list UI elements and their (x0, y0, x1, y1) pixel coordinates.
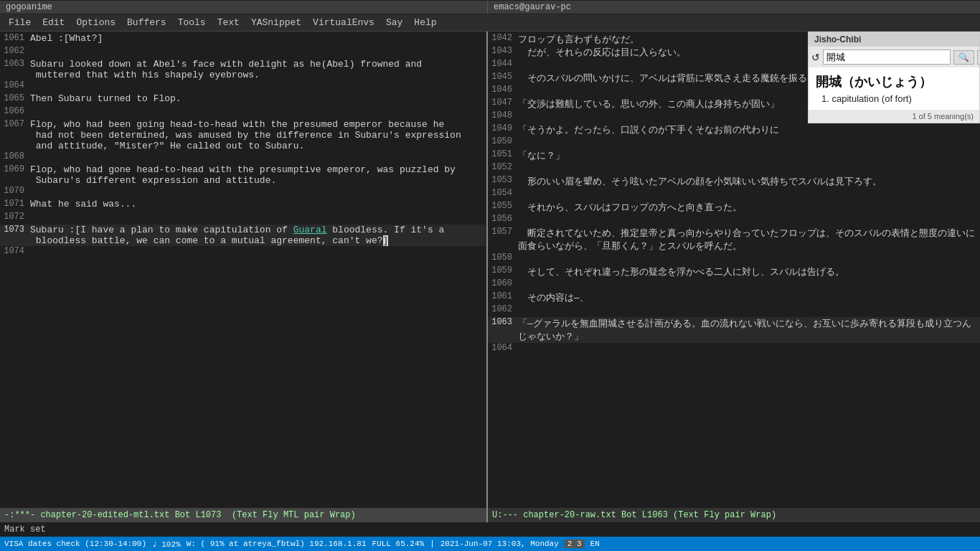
line-number: 1074 (0, 246, 30, 256)
table-row: 1070 (0, 186, 486, 199)
left-status-extra: L1073 (Text Fly MTL pair Wrap) (195, 510, 355, 520)
pane-status-row: -:***- chapter-20-edited-mtl.txt Bot L10… (0, 508, 980, 522)
table-row: 1072 (0, 212, 486, 225)
line-number: 1054 (488, 188, 518, 198)
line-number: 1049 (488, 123, 518, 133)
jisho-definition-1: 1. capitulation (of fort) (821, 93, 972, 104)
line-content: そして、それぞれ違った形の疑念を浮かべる二人に対し、スバルは告げる。 (518, 265, 980, 278)
line-number: 1068 (0, 151, 30, 161)
line-content: Subaru looked down at Abel's face with d… (30, 59, 486, 80)
line-number: 1058 (488, 253, 518, 263)
line-number: 1059 (488, 265, 518, 276)
jisho-meaning-count: 1 of 5 meaning(s) (809, 110, 979, 123)
jisho-refresh-icon[interactable]: ↺ (811, 52, 820, 63)
table-row: 1066 (0, 106, 486, 119)
bottom-bars: -:***- chapter-20-edited-mtl.txt Bot L10… (0, 508, 980, 551)
line-number: 1044 (488, 59, 518, 69)
jisho-search-button[interactable]: 🔍 (953, 50, 974, 65)
status-datetime: 2021-Jun-07 13:03, Monday (440, 540, 559, 548)
table-row: 1049「そうかよ。だったら、口説くのが下手くそなお前の代わりに (488, 123, 980, 136)
menu-file[interactable]: File (3, 16, 37, 29)
table-row: 1060 (488, 278, 980, 291)
menu-tools[interactable]: Tools (172, 16, 212, 29)
table-row: 1071What he said was... (0, 199, 486, 212)
menu-edit[interactable]: Edit (37, 16, 70, 29)
line-content: Abel :[What?] (30, 33, 486, 44)
jisho-popup: Jisho-Chibi ↺ 🔍 ‹ › 開城（かいじょう） 1. capitul… (808, 32, 980, 123)
jisho-word: 開城（かいじょう） (816, 73, 972, 90)
line-content: 「―グァラルを無血開城させる計画がある。血の流れない戦いになら、お互いに歩み寄れ… (518, 317, 980, 343)
line-content: Subaru :[I have a plan to make capitulat… (30, 225, 486, 246)
line-number: 1048 (488, 110, 518, 121)
line-number: 1067 (0, 119, 30, 129)
table-row: 1052 (488, 162, 980, 175)
line-content: Then Subaru turned to Flop. (30, 93, 486, 104)
status-visa: VISA dates check (12:30-14:00) (4, 540, 146, 548)
status-lang: EN (590, 540, 600, 548)
jisho-prev-button[interactable]: ‹ (977, 50, 980, 65)
table-row: 1069Flop, who had gone head-to-head with… (0, 164, 486, 186)
jisho-title: Jisho-Chibi (809, 32, 979, 47)
title-left: gogoanime (0, 1, 488, 14)
pane-left: 1061Abel :[What?]10621063Subaru looked d… (0, 32, 488, 508)
table-row: 1062 (488, 304, 980, 317)
status-separator: | (430, 540, 435, 548)
table-row: 1061Abel :[What?] (0, 33, 486, 46)
jisho-search-row: ↺ 🔍 ‹ › (809, 47, 979, 67)
line-content: その内容は―、 (518, 291, 980, 304)
menu-buffers[interactable]: Buffers (121, 16, 172, 29)
table-row: 1054 (488, 188, 980, 201)
left-status-file: chapter-20-edited-mtl.txt (40, 510, 169, 520)
line-content: 形のいい眉を顰め、そう呟いたアベルの顔を小気味いい気持ちでスバルは見下ろす。 (518, 175, 980, 188)
global-status-bar: VISA dates check (12:30-14:00) ♩ 102% W:… (0, 537, 980, 551)
line-number: 1062 (0, 46, 30, 56)
left-code-lines[interactable]: 1061Abel :[What?]10621063Subaru looked d… (0, 32, 486, 508)
jisho-search-input[interactable] (823, 50, 951, 65)
line-number: 1051 (488, 149, 518, 159)
line-number: 1073 (0, 225, 30, 235)
table-row: 1055 それから、スバルはフロップの方へと向き直った。 (488, 201, 980, 214)
editor-split: 1061Abel :[What?]10621063Subaru looked d… (0, 32, 980, 508)
table-row: 1056 (488, 214, 980, 227)
minibuffer: Mark set (0, 522, 980, 537)
table-row: 1057 断定されてないため、推定皇帝と真っ向からやり合っていたフロップは、その… (488, 227, 980, 253)
title-right: emacs@gaurav-pc (488, 1, 980, 14)
status-mode: FULL 65.24% (372, 540, 425, 548)
table-row: 1063「―グァラルを無血開城させる計画がある。血の流れない戦いになら、お互いに… (488, 317, 980, 343)
right-status-bar: U:--- chapter-20-raw.txt Bot L1063 (Text… (488, 508, 980, 522)
line-number: 1064 (0, 80, 30, 90)
table-row: 1073Subaru :[I have a plan to make capit… (0, 225, 486, 246)
line-number: 1053 (488, 175, 518, 185)
left-status-bot: Bot (175, 510, 191, 520)
menu-text[interactable]: Text (212, 16, 245, 29)
menu-say[interactable]: Say (380, 16, 408, 29)
menu-help[interactable]: Help (408, 16, 442, 29)
line-number: 1062 (488, 304, 518, 314)
line-number: 1064 (488, 343, 518, 353)
minibuffer-text: Mark set (4, 524, 46, 534)
table-row: 1058 (488, 253, 980, 265)
line-content: What he said was... (30, 199, 486, 209)
menu-virtualenvs[interactable]: VirtualEnvs (307, 16, 380, 29)
line-number: 1072 (0, 212, 30, 222)
line-number: 1070 (0, 186, 30, 196)
line-number: 1065 (0, 93, 30, 103)
table-row: 1051「なに？」 (488, 149, 980, 162)
line-number: 1069 (0, 164, 30, 174)
line-content: 断定されてないため、推定皇帝と真っ向からやり合っていたフロップは、そのスバルの表… (518, 227, 980, 253)
menu-bar: File Edit Options Buffers Tools Text YAS… (0, 14, 980, 32)
line-number: 1061 (488, 291, 518, 301)
table-row: 1061 その内容は―、 (488, 291, 980, 304)
line-number: 1047 (488, 98, 518, 108)
left-status-bar: -:***- chapter-20-edited-mtl.txt Bot L10… (0, 508, 488, 522)
line-number: 1060 (488, 278, 518, 288)
table-row: 1063Subaru looked down at Abel's face wi… (0, 59, 486, 80)
menu-options[interactable]: Options (70, 16, 121, 29)
pane-right: 1042フロップも言わずもがなだ。1043 だが、それらの反応は目に入らない。1… (488, 32, 980, 508)
table-row: 1074 (0, 246, 486, 259)
line-content: それから、スバルはフロップの方へと向き直った。 (518, 201, 980, 214)
line-number: 1050 (488, 136, 518, 146)
line-number: 1071 (0, 199, 30, 209)
menu-yasnippet[interactable]: YASnippet (245, 16, 307, 29)
line-number: 1066 (0, 106, 30, 116)
